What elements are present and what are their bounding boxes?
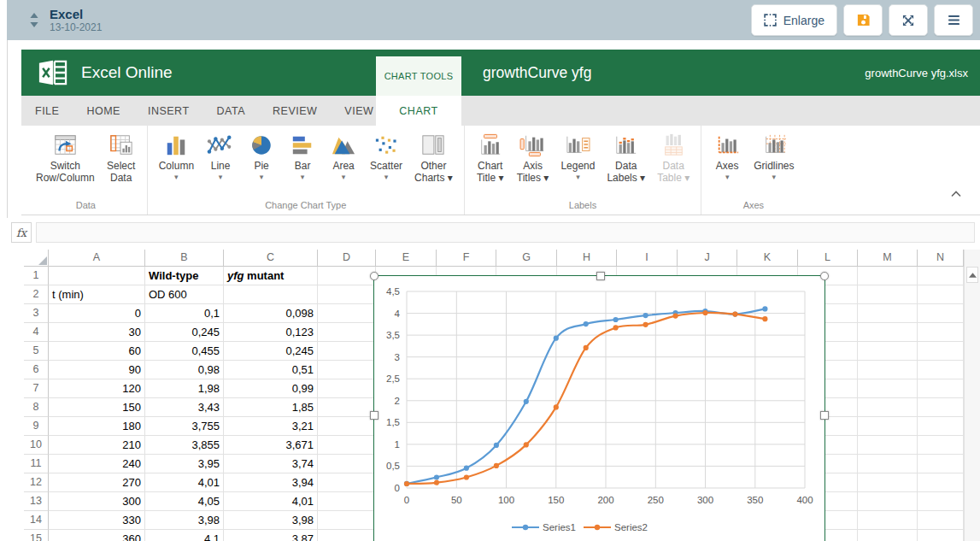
cell-A13[interactable]: 300 [49, 492, 145, 511]
cell-B9[interactable]: 3,755 [145, 417, 224, 436]
cell-A11[interactable]: 240 [49, 455, 145, 473]
cell-N2[interactable] [918, 285, 964, 304]
cell-D3[interactable] [318, 304, 376, 323]
chart-resize-handle-top-middle[interactable] [596, 272, 605, 280]
save-button[interactable] [843, 4, 883, 36]
cell-C3[interactable]: 0,098 [224, 304, 318, 323]
cell-A5[interactable]: 60 [49, 342, 145, 361]
ribbon-button-gridlines[interactable]: Gridlines▾ [748, 131, 800, 182]
expand-button[interactable] [889, 4, 928, 36]
cell-B1[interactable]: Wild-type [145, 267, 224, 285]
cell-D13[interactable] [318, 492, 376, 511]
cell-C13[interactable]: 4,01 [224, 492, 318, 511]
cell-D12[interactable] [318, 473, 376, 492]
cell-N3[interactable] [918, 304, 964, 323]
column-header-B[interactable]: B [145, 250, 224, 267]
ribbon-button-axis-titles[interactable]: AxisTitles ▾ [511, 131, 555, 185]
cell-N15[interactable] [918, 530, 964, 541]
cell-B2[interactable]: OD 600 [145, 285, 224, 304]
cell-D15[interactable] [318, 530, 376, 541]
column-header-G[interactable]: G [496, 250, 557, 267]
ribbon-button-data-labels[interactable]: DataLabels ▾ [601, 131, 651, 185]
ribbon-button-other-charts[interactable]: OtherCharts ▾ [408, 131, 459, 185]
tab-data[interactable]: DATA [203, 96, 259, 126]
tab-chart[interactable]: CHART [376, 96, 461, 126]
cell-M15[interactable] [858, 530, 918, 541]
row-header-15[interactable]: 15 [24, 530, 49, 541]
cell-D11[interactable] [318, 455, 376, 473]
column-header-N[interactable]: N [918, 250, 964, 267]
cell-A3[interactable]: 0 [49, 304, 145, 323]
cell-A2[interactable]: t (min) [49, 285, 145, 304]
cell-M5[interactable] [858, 342, 918, 361]
cell-N1[interactable] [918, 267, 964, 285]
cell-N8[interactable] [918, 398, 964, 417]
cell-A10[interactable]: 210 [49, 436, 145, 455]
row-header-8[interactable]: 8 [24, 398, 49, 417]
cell-B5[interactable]: 0,455 [145, 342, 224, 361]
column-header-E[interactable]: E [376, 250, 437, 267]
column-header-H[interactable]: H [557, 250, 617, 267]
cell-D6[interactable] [318, 361, 376, 379]
tab-insert[interactable]: INSERT [134, 96, 203, 126]
embedded-chart[interactable]: 00,511,522,533,544,505010015020025030035… [373, 275, 825, 541]
enlarge-button[interactable]: Enlarge [751, 4, 837, 36]
cell-N11[interactable] [918, 455, 964, 473]
cell-C8[interactable]: 1,85 [224, 398, 318, 417]
cell-C10[interactable]: 3,671 [224, 436, 318, 455]
chart-resize-handle-middle-right[interactable] [820, 411, 829, 420]
cell-C12[interactable]: 3,94 [224, 473, 318, 492]
cell-D9[interactable] [318, 417, 376, 436]
cell-N9[interactable] [918, 417, 964, 436]
ribbon-button-scatter[interactable]: Scatter▾ [364, 131, 408, 182]
chart-resize-handle-top-right[interactable] [820, 272, 829, 280]
column-header-J[interactable]: J [678, 250, 737, 267]
cell-M4[interactable] [858, 323, 918, 342]
cell-M7[interactable] [858, 379, 918, 398]
cell-C15[interactable]: 3,87 [224, 530, 318, 541]
chevron-up-icon[interactable] [951, 191, 961, 197]
column-header-D[interactable]: D [318, 250, 376, 267]
ribbon-button-bar[interactable]: Bar▾ [282, 131, 323, 182]
cell-A15[interactable]: 360 [49, 530, 145, 541]
cell-D8[interactable] [318, 398, 376, 417]
column-header-A[interactable]: A [49, 250, 145, 267]
cell-N5[interactable] [918, 342, 964, 361]
cell-C1[interactable]: yfg mutant [224, 267, 318, 285]
cell-N12[interactable] [918, 473, 964, 492]
cell-B3[interactable]: 0,1 [145, 304, 224, 323]
cell-A1[interactable] [49, 267, 145, 285]
cell-B13[interactable]: 4,05 [145, 492, 224, 511]
cell-M10[interactable] [858, 436, 918, 455]
cell-B8[interactable]: 3,43 [145, 398, 224, 417]
cell-B11[interactable]: 3,95 [145, 455, 224, 473]
cell-A9[interactable]: 180 [49, 417, 145, 436]
row-header-12[interactable]: 12 [24, 473, 49, 492]
row-header-2[interactable]: 2 [24, 285, 49, 304]
sort-arrows-icon[interactable] [29, 12, 39, 28]
cell-N6[interactable] [918, 361, 964, 379]
cell-M3[interactable] [858, 304, 918, 323]
cell-D14[interactable] [318, 511, 376, 530]
row-header-5[interactable]: 5 [24, 342, 49, 361]
row-header-14[interactable]: 14 [24, 511, 49, 530]
cell-C2[interactable] [224, 285, 318, 304]
select-all-corner[interactable] [24, 250, 49, 267]
cell-B12[interactable]: 4,01 [145, 473, 224, 492]
chart-resize-handle-top-left[interactable] [370, 272, 379, 280]
cell-C4[interactable]: 0,123 [224, 323, 318, 342]
column-header-M[interactable]: M [858, 250, 918, 267]
ribbon-button-column[interactable]: Column▾ [153, 131, 200, 182]
row-header-10[interactable]: 10 [24, 436, 49, 455]
cell-A12[interactable]: 270 [49, 473, 145, 492]
cell-C11[interactable]: 3,74 [224, 455, 318, 473]
row-header-1[interactable]: 1 [24, 267, 49, 285]
cell-M1[interactable] [858, 267, 918, 285]
row-header-9[interactable]: 9 [24, 417, 49, 436]
cell-M8[interactable] [858, 398, 918, 417]
cell-M9[interactable] [858, 417, 918, 436]
cell-C7[interactable]: 0,99 [224, 379, 318, 398]
cell-M11[interactable] [858, 455, 918, 473]
column-header-I[interactable]: I [617, 250, 678, 267]
column-header-F[interactable]: F [437, 250, 496, 267]
